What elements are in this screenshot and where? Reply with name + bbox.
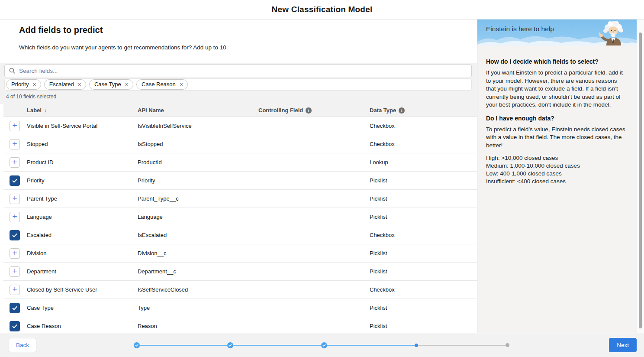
data-level-item: Medium: 1,000-10,000 closed cases (486, 162, 628, 170)
next-button[interactable]: Next (609, 338, 637, 352)
field-data-type: Picklist (370, 305, 477, 311)
add-field-button[interactable]: + (10, 285, 20, 295)
progress-step-2-complete[interactable] (227, 342, 233, 348)
field-api-name: IsStopped (138, 141, 258, 147)
info-icon[interactable]: i (399, 107, 405, 114)
page-description: Which fields do you want your agents to … (19, 44, 458, 51)
field-checkbox-checked[interactable]: + (10, 175, 20, 186)
table-row: + Language Language Picklist (3, 208, 477, 226)
table-row: + Division Division__c Picklist (3, 244, 477, 263)
field-data-type: Picklist (370, 195, 477, 202)
page-title: Add fields to predict (19, 24, 458, 35)
progress-line (233, 345, 321, 346)
field-label: Case Type (27, 305, 138, 311)
remove-chip-icon[interactable]: × (180, 82, 183, 87)
selection-status: 4 of 10 fields selected (6, 94, 472, 100)
field-label: Product ID (27, 159, 138, 166)
column-header-label[interactable]: Label ↓ (27, 107, 138, 114)
sidebar-scrollbar-thumb[interactable] (639, 32, 642, 328)
column-header-api-name: API Name (138, 107, 258, 114)
add-field-button[interactable]: + (10, 139, 20, 149)
search-box[interactable] (4, 64, 472, 77)
field-checkbox-checked[interactable]: + (10, 321, 20, 331)
field-api-name: Department__c (138, 268, 258, 275)
field-label: Escalated (27, 232, 138, 238)
remove-chip-icon[interactable]: × (32, 82, 36, 87)
field-api-name: Division__c (138, 250, 258, 256)
plus-icon: + (12, 285, 17, 293)
table-header-row: Label ↓ API Name Controlling Field i Dat… (3, 104, 477, 117)
progress-step-3-complete[interactable] (321, 342, 327, 348)
sidebar-scrollbar-track[interactable] (637, 19, 644, 333)
add-field-button[interactable]: + (10, 266, 20, 277)
check-icon (12, 178, 18, 184)
search-icon (9, 68, 15, 74)
check-icon (135, 344, 138, 347)
field-data-type: Checkbox (370, 232, 477, 238)
einstein-banner: Einstein is here to help (477, 19, 637, 45)
search-input[interactable] (19, 68, 467, 74)
info-icon[interactable]: i (306, 107, 312, 114)
progress-line (327, 345, 415, 346)
progress-step-1-complete[interactable] (134, 342, 140, 348)
table-row: + Closed by Self-Service User IsSelfServ… (3, 281, 477, 299)
remove-chip-icon[interactable]: × (78, 82, 81, 87)
fields-panel: Add fields to predict Which fields do yo… (0, 19, 477, 333)
sort-descending-icon[interactable]: ↓ (44, 107, 47, 114)
field-data-type: Checkbox (370, 141, 477, 147)
help-section-heading: Do I have enough data? (486, 115, 628, 122)
help-section-body: To predict a field’s value, Einstein nee… (486, 126, 628, 150)
field-data-type: Picklist (370, 177, 477, 184)
field-data-type: Picklist (370, 250, 477, 256)
chip-label: Case Type (94, 81, 121, 88)
add-field-button[interactable]: + (10, 212, 20, 222)
table-row: + Product ID ProductId Lookup (3, 153, 477, 172)
field-api-name: IsEscalated (138, 232, 258, 238)
field-chip[interactable]: Case Type × (89, 79, 133, 90)
plus-icon: + (12, 194, 17, 202)
column-header-data-type: Data Type i (370, 107, 477, 114)
add-field-button[interactable]: + (10, 248, 20, 259)
progress-step-5-upcoming[interactable] (506, 343, 509, 347)
field-label: Division (27, 250, 138, 256)
progress-line (418, 345, 506, 346)
remove-chip-icon[interactable]: × (125, 82, 129, 87)
field-chip[interactable]: Priority × (6, 79, 41, 90)
data-level-list: High: >10,000 closed casesMedium: 1,000-… (486, 154, 628, 185)
progress-step-4-current[interactable] (415, 344, 418, 347)
plus-icon: + (12, 158, 17, 166)
step-intro: Add fields to predict Which fields do yo… (0, 19, 477, 63)
field-label: Parent Type (27, 195, 138, 202)
field-api-name: Type (138, 305, 258, 311)
back-button[interactable]: Back (9, 338, 36, 352)
field-label: Visible in Self-Service Portal (27, 123, 138, 129)
table-row: + Visible in Self-Service Portal IsVisib… (3, 117, 477, 135)
check-icon (229, 344, 232, 347)
check-icon (12, 323, 18, 329)
field-label: Closed by Self-Service User (27, 286, 138, 293)
plus-icon: + (12, 267, 17, 275)
field-chip[interactable]: Escalated × (44, 79, 86, 90)
einstein-help-content: How do I decide which fields to select? … (477, 45, 637, 185)
help-section-body: If you want Einstein to predict a partic… (486, 69, 628, 109)
table-row: + Case Reason Reason Picklist (3, 317, 477, 333)
field-chip[interactable]: Case Reason × (136, 79, 188, 90)
data-level-item: Insufficient: <400 closed cases (486, 178, 628, 185)
table-row: + Department Department__c Picklist (3, 263, 477, 281)
selected-field-chips: Priority × Escalated × Case Type × Case … (4, 78, 472, 91)
add-field-button[interactable]: + (10, 194, 20, 204)
table-row: + Escalated IsEscalated Checkbox (3, 226, 477, 244)
field-checkbox-checked[interactable]: + (10, 230, 20, 240)
add-field-button[interactable]: + (10, 121, 20, 131)
modal-header: New Classification Model (0, 0, 644, 19)
data-level-item: High: >10,000 closed cases (486, 154, 628, 162)
field-label: Case Reason (27, 323, 138, 329)
field-data-type: Checkbox (370, 123, 477, 129)
field-label: Stopped (27, 141, 138, 147)
field-data-type: Picklist (370, 214, 477, 220)
plus-icon: + (12, 121, 17, 130)
field-checkbox-checked[interactable]: + (10, 303, 20, 313)
field-data-type: Checkbox (370, 286, 477, 293)
modal-title: New Classification Model (272, 5, 373, 14)
add-field-button[interactable]: + (10, 157, 20, 168)
